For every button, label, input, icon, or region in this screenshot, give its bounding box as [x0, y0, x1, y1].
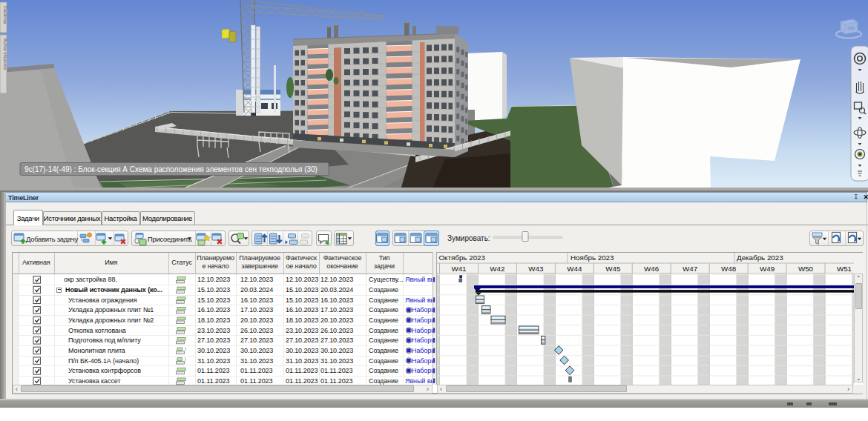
svg-text:W45: W45 [605, 265, 621, 273]
svg-text:W44: W44 [567, 265, 582, 273]
svg-text:Октябрь 2023: Октябрь 2023 [439, 253, 486, 262]
svg-text:Выбор объектов: Выбор объектов [3, 39, 7, 70]
svg-text:9с(17)-14(-49) : Блок-секция А: 9с(17)-14(-49) : Блок-секция А Схема рас… [24, 165, 318, 173]
svg-text:W48: W48 [721, 265, 737, 273]
svg-text:W41: W41 [451, 265, 466, 273]
svg-text:W50: W50 [798, 265, 814, 273]
svg-text:W51: W51 [837, 265, 852, 273]
svg-text:W49: W49 [760, 265, 775, 273]
svg-text:W43: W43 [528, 265, 544, 273]
svg-text:ЛЕВ: ЛЕВ [848, 27, 855, 30]
svg-text:Ноябрь 2023: Ноябрь 2023 [571, 253, 614, 262]
svg-text:W42: W42 [490, 265, 504, 273]
svg-text:W46: W46 [644, 265, 660, 273]
svg-text:Свойства: Свойства [3, 6, 7, 24]
svg-text:Декабрь 2023: Декабрь 2023 [737, 253, 783, 262]
svg-text:W47: W47 [683, 265, 697, 273]
